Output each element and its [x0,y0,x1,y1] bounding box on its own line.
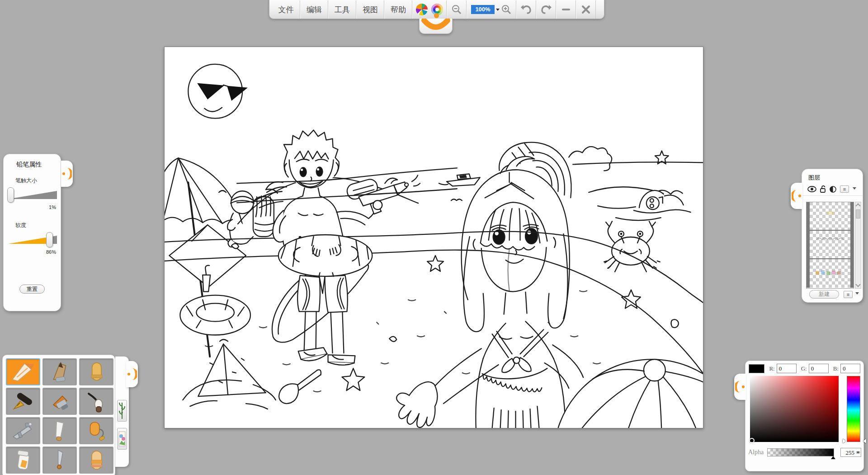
zoom-level-value[interactable]: 100% [471,5,495,14]
tool-ink-brush[interactable] [79,388,113,415]
ink-brush-icon [82,390,111,413]
tool-flat-brush[interactable] [42,388,77,415]
alpha-row: Alpha 255 [745,448,863,457]
g-input[interactable] [809,364,829,373]
mascot-mouth-tab[interactable] [419,19,453,34]
picture-stamp-icon [118,430,126,448]
tool-crayon[interactable] [79,358,113,385]
flat-brush-icon [45,390,74,413]
scrollbar-thumb[interactable] [856,209,860,218]
tool-palette-knife[interactable] [42,417,77,444]
fountain-pen-icon [9,390,38,413]
brush-size-track[interactable] [8,191,57,199]
tool-fountain-pen[interactable] [6,388,40,415]
main-toolbar: 文件 编辑 工具 视图 帮助 100% [269,0,604,19]
swimmer [634,190,691,213]
menu-help[interactable]: 帮助 [384,0,412,19]
layer-thumbnail-3[interactable] [807,259,854,288]
zoom-out-button[interactable] [447,0,467,19]
tool-sharp-pencil[interactable] [6,358,40,385]
layer-thumbnail-1[interactable] [807,202,854,231]
spinner-down-icon[interactable] [856,451,860,456]
reset-button[interactable]: 重置 [19,285,45,294]
brush-grid [6,358,112,474]
current-color-swatch [749,364,764,373]
layer2-content-hint [815,234,846,243]
layer3-content-hint [815,269,846,277]
orange-ear-icon [792,189,802,203]
zoom-level-control: 100% [467,0,516,19]
alpha-label: Alpha [748,449,767,456]
menu-edit[interactable]: 编辑 [300,0,328,19]
redo-button[interactable] [536,0,556,19]
palette-handle[interactable] [126,361,138,387]
alpha-marker-icon[interactable] [831,454,835,459]
unlocked-padlock-icon[interactable] [820,185,826,193]
tool-wood-pencil[interactable] [42,358,77,385]
layers-menu-arrow-icon[interactable] [853,187,856,191]
b-input[interactable] [840,364,860,373]
tool-etching-needle[interactable] [42,446,77,474]
tool-paint-roller[interactable] [79,417,113,444]
magnifier-plus-icon[interactable] [501,4,512,15]
softness-label: 软度 [15,222,61,229]
alpha-spinner[interactable]: 255 [840,448,861,457]
half-circle-icon[interactable] [830,186,836,193]
bamboo-stamp-button[interactable] [117,400,127,422]
layer-scrollbar[interactable] [855,202,861,289]
minimize-button[interactable] [556,0,576,19]
brush-size-slider[interactable] [7,187,58,204]
zoom-dropdown-arrow-icon[interactable] [496,9,500,13]
b-label: B: [833,365,839,372]
r-input[interactable] [777,364,797,373]
boy-with-water-gun-swim-ring-surfboard [272,128,420,365]
panel-handle[interactable] [61,161,73,187]
crayon-icon [82,360,111,384]
crab [604,221,660,272]
tool-paint-jar[interactable] [6,446,40,474]
drawing-canvas[interactable] [164,47,703,428]
menu-tools[interactable]: 工具 [328,0,356,19]
sharp-pencil-icon [9,360,38,384]
new-layer-button[interactable]: 新建 [809,290,839,299]
brush-size-value: 1% [5,204,56,210]
scroll-up-icon[interactable] [855,203,860,208]
sand-pyramid [183,339,276,409]
girl-with-ponytail-reaching-out [396,157,583,428]
hamburger-menu-icon[interactable]: ≡ [840,185,849,193]
orange-ear-icon [735,380,745,394]
softness-thumb[interactable] [46,232,53,247]
hue-marker-right-icon[interactable] [861,439,866,443]
eraser-icon [82,448,111,472]
layers-title: 图层 [808,174,863,182]
scroll-down-icon[interactable] [855,282,860,287]
eye-icon[interactable] [807,186,816,192]
alpha-slider[interactable] [767,448,834,456]
tool-airbrush[interactable] [6,417,40,444]
alpha-value: 255 [846,449,855,456]
softness-slider[interactable] [7,232,58,249]
hue-strip[interactable] [847,376,860,442]
layer-thumbnail-2[interactable] [807,231,854,259]
close-x-icon [581,5,590,14]
menu-file[interactable]: 文件 [272,0,300,19]
picture-stamp-button[interactable] [117,428,127,450]
layers-footer-menu-icon[interactable]: ≡ [844,291,853,298]
wood-pencil-icon [45,360,74,384]
menu-view[interactable]: 视图 [356,0,384,19]
saturation-square[interactable] [750,376,839,442]
undo-button[interactable] [516,0,536,19]
layers-footer: 新建 ≡ [802,290,863,299]
bamboo-stamp-icon [119,402,125,420]
layers-footer-arrow-icon[interactable] [855,292,859,296]
hue-marker-left-icon[interactable] [843,439,848,443]
saturation-marker[interactable] [749,438,755,443]
close-button[interactable] [576,0,596,19]
rainbow-pinwheel-icon[interactable] [416,4,428,15]
brush-size-thumb[interactable] [7,187,14,203]
clown-smile-icon [420,19,452,33]
color-panel-handle[interactable] [734,374,746,400]
swim-ring-on-sand [180,295,250,335]
layers-handle[interactable] [791,183,802,209]
tool-eraser[interactable] [79,446,113,474]
